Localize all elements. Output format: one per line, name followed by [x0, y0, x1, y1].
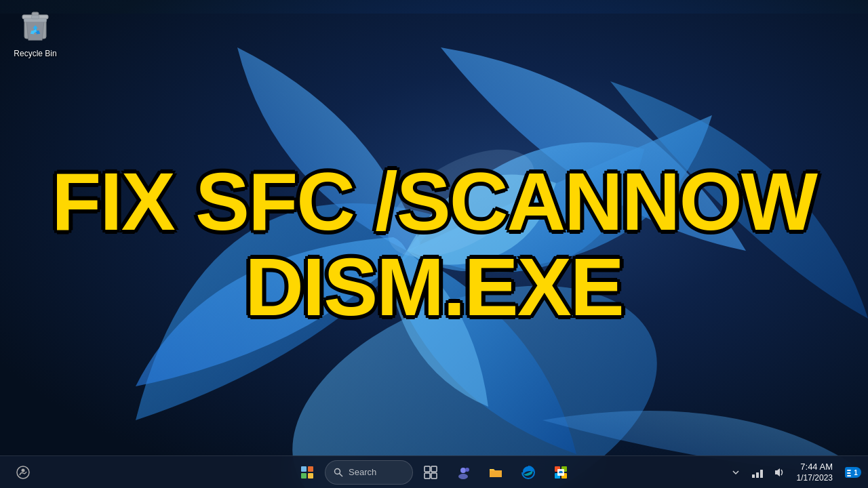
overlay-line1: FIX SFC /SCANNOW — [0, 159, 868, 244]
svg-line-15 — [340, 473, 343, 476]
network-icon[interactable] — [748, 463, 767, 482]
weather-icon[interactable] — [8, 458, 38, 487]
chat-button[interactable] — [448, 458, 478, 487]
task-view-button[interactable] — [416, 458, 446, 487]
svg-rect-17 — [431, 466, 437, 472]
svg-rect-13 — [308, 473, 313, 479]
svg-rect-12 — [301, 473, 307, 479]
search-button[interactable]: Search — [325, 460, 413, 485]
svg-rect-30 — [760, 470, 763, 478]
file-explorer-button[interactable] — [481, 458, 511, 487]
notification-center-button[interactable]: 1 — [841, 463, 860, 482]
svg-rect-28 — [752, 474, 755, 478]
svg-rect-34 — [847, 475, 851, 476]
taskbar-center: Search — [292, 458, 576, 487]
svg-point-22 — [465, 468, 469, 472]
svg-rect-29 — [756, 472, 759, 478]
taskbar-right: 7:44 AM 1/17/2023 1 — [726, 456, 860, 488]
overlay-container: FIX SFC /SCANNOW DISM.EXE — [0, 159, 868, 329]
svg-point-8 — [17, 466, 29, 479]
svg-rect-16 — [425, 466, 430, 472]
recycle-bin-label: Recycle Bin — [14, 49, 56, 58]
notification-badge: 1 — [850, 467, 861, 478]
svg-rect-11 — [308, 466, 313, 472]
taskbar-left — [8, 456, 38, 488]
svg-point-21 — [458, 474, 468, 479]
volume-icon[interactable] — [770, 463, 789, 482]
start-button[interactable] — [292, 458, 322, 487]
clock-time: 7:44 AM — [797, 462, 833, 473]
svg-rect-7 — [31, 15, 39, 19]
edge-browser-button[interactable] — [513, 458, 543, 487]
svg-point-9 — [22, 469, 25, 472]
svg-rect-18 — [425, 473, 430, 479]
overlay-line2: DISM.EXE — [0, 244, 868, 329]
svg-rect-10 — [301, 466, 307, 472]
taskbar: Search — [0, 455, 868, 488]
clock-date: 1/17/2023 — [797, 473, 833, 484]
system-clock[interactable]: 7:44 AM 1/17/2023 — [791, 462, 838, 483]
svg-point-20 — [460, 468, 466, 473]
search-label: Search — [349, 467, 376, 477]
search-icon — [334, 468, 343, 477]
show-hidden-icons-button[interactable] — [726, 463, 745, 482]
svg-rect-19 — [431, 473, 437, 479]
recycle-bin-icon[interactable]: Recycle Bin — [8, 6, 62, 59]
svg-point-14 — [335, 468, 340, 474]
store-button[interactable] — [546, 458, 576, 487]
